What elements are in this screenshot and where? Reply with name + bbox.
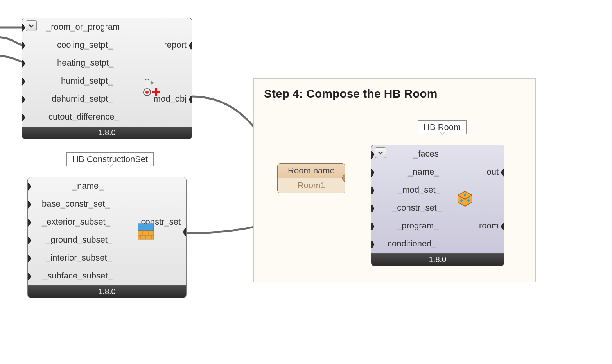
component-version: 1.8.0 — [28, 285, 186, 298]
in-interior-subset: _interior_subset_ — [35, 253, 112, 263]
in-cs-name: _name_ — [35, 181, 104, 191]
in-ground-subset: _ground_subset_ — [35, 235, 112, 245]
component-construction-set[interactable]: _name_ base_constr_set_ _exterior_subset… — [27, 177, 187, 298]
in-constr-set: _constr_set_ — [378, 203, 442, 213]
component-version: 1.8.0 — [22, 127, 192, 139]
in-exterior-subset: _exterior_subset_ — [35, 217, 110, 227]
in-heating-setpt: heating_setpt_ — [29, 58, 113, 68]
panel-header: Room name — [278, 164, 345, 178]
in-room-or-program: _room_or_program — [29, 22, 120, 32]
in-program: _program_ — [378, 221, 438, 231]
out-mod-obj: mod_obj — [113, 94, 192, 104]
component-apply-setpoints[interactable]: _room_or_program cooling_setpt_report he… — [22, 18, 192, 139]
in-humid-setpt: humid_setpt_ — [29, 76, 113, 86]
component-version: 1.8.0 — [371, 253, 504, 266]
panel-value[interactable]: Room1 — [278, 178, 345, 193]
component-hb-room[interactable]: _faces _name_out _mod_set_ _constr_set_ … — [371, 145, 504, 266]
out-out: out — [439, 167, 504, 177]
in-conditioned: conditioned_ — [378, 239, 436, 249]
in-cutout-difference: cutout_difference_ — [29, 112, 119, 122]
in-cooling-setpt: cooling_setpt_ — [29, 40, 113, 50]
label-hb-room: HB Room — [418, 120, 467, 134]
in-dehumid-setpt: dehumid_setpt_ — [29, 94, 113, 104]
in-room-name: _name_ — [378, 167, 439, 177]
label-construction-set: HB ConstructionSet — [66, 152, 154, 166]
out-constr-set: constr_set — [110, 217, 186, 227]
in-faces: _faces — [378, 149, 439, 159]
out-report: report — [113, 40, 192, 50]
in-base-constr-set: base_constr_set_ — [35, 199, 110, 209]
panel-room-name[interactable]: Room name Room1 — [277, 163, 345, 193]
in-subface-subset: _subface_subset_ — [35, 271, 113, 281]
group-title: Step 4: Compose the HB Room — [254, 79, 535, 100]
in-mod-set: _mod_set_ — [378, 185, 440, 195]
out-room: room — [438, 221, 504, 231]
